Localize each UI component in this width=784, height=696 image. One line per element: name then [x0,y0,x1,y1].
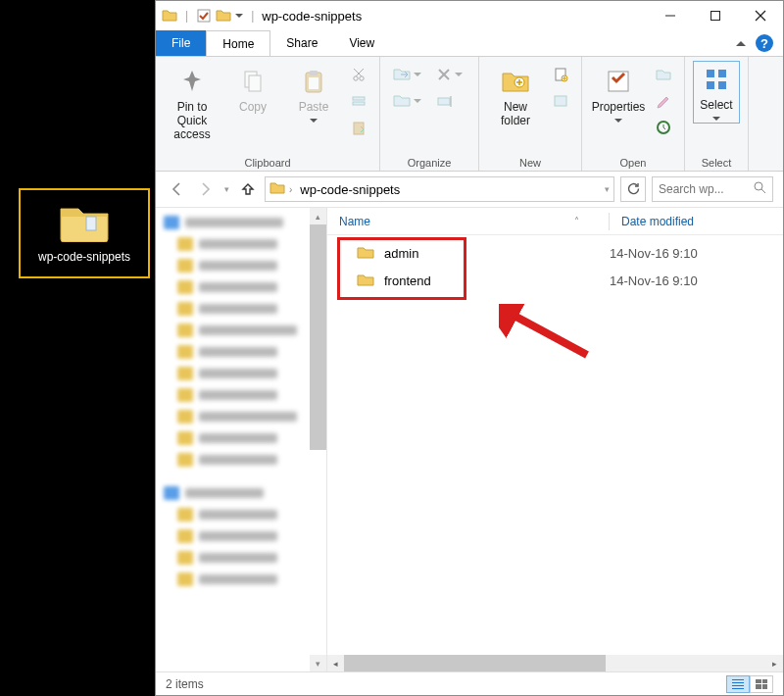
status-bar: 2 items [156,671,783,695]
file-pane: Name ˄ Date modified admin 14-Nov-16 9:1… [327,208,783,671]
select-label: Select [700,99,732,113]
titlebar: | | wp-code-snippets [156,1,783,30]
svg-line-32 [511,314,587,355]
chevron-right-icon[interactable]: › [289,184,292,195]
svg-line-31 [761,189,765,193]
minimize-button[interactable] [648,1,693,30]
svg-rect-3 [711,12,720,21]
window-controls [648,1,783,30]
file-list: admin 14-Nov-16 9:10 frontend 14-Nov-16 … [327,235,783,655]
delete-button[interactable] [431,63,470,86]
back-button[interactable] [166,178,187,200]
svg-rect-7 [249,75,261,91]
svg-rect-28 [707,81,714,89]
file-date: 14-Nov-16 9:10 [610,246,698,261]
sidebar-scrollbar[interactable]: ▴ ▾ [310,208,326,671]
easy-access-button[interactable] [548,89,573,113]
forward-button[interactable] [195,178,217,200]
history-dropdown-icon[interactable]: ▾ [224,184,229,194]
quick-access-toolbar: | | [156,8,258,24]
scroll-thumb[interactable] [310,224,326,450]
annotation-arrow [499,304,597,363]
desktop-folder-wp-code-snippets[interactable]: wp-code-snippets [19,188,150,278]
details-view-button[interactable] [726,675,750,693]
svg-rect-29 [718,81,726,89]
folder-icon [59,203,110,246]
copy-button[interactable]: Copy [224,61,281,120]
svg-rect-13 [353,97,365,100]
select-button[interactable]: Select [693,61,740,124]
help-icon[interactable]: ? [756,34,773,52]
tab-home[interactable]: Home [206,30,270,56]
pin-to-quick-access-button[interactable]: Pin to Quick access [164,61,220,146]
annotation-highlight [337,237,466,300]
svg-rect-9 [310,71,318,75]
horizontal-scrollbar[interactable]: ◂ ▸ [327,655,783,671]
navigation-bar: ▾ › wp-code-snippets ▾ [156,172,783,207]
sort-indicator-icon: ˄ [574,216,579,226]
svg-point-30 [755,182,762,190]
tab-file[interactable]: File [156,30,206,56]
collapse-ribbon-icon[interactable] [736,41,746,46]
history-button[interactable] [651,116,676,139]
svg-rect-10 [309,77,318,89]
properties-checkbox-icon[interactable] [196,8,212,24]
ribbon-tabs: File Home Share View ? [156,30,783,56]
search-box[interactable] [652,176,773,202]
folder-icon [162,8,177,24]
separator: | [251,9,254,23]
properties-label: Properties [592,101,646,115]
rename-button[interactable] [431,89,470,113]
breadcrumb-segment[interactable]: wp-code-snippets [296,180,404,199]
desktop: wp-code-snippets [0,0,155,696]
search-icon [754,181,766,197]
edit-button[interactable] [651,89,676,113]
folder-icon [216,8,231,24]
group-label-open: Open [590,153,676,169]
window-title: wp-code-snippets [258,9,362,24]
up-button[interactable] [237,178,259,200]
icons-view-button[interactable] [750,675,773,693]
open-button[interactable] [651,63,676,86]
separator: | [185,9,188,23]
folder-icon [270,180,285,199]
cut-button[interactable] [346,63,371,86]
scroll-down-icon[interactable]: ▾ [310,655,326,671]
scroll-thumb[interactable] [344,655,606,671]
move-to-button[interactable] [388,63,427,86]
svg-rect-18 [438,98,450,105]
paste-shortcut-button[interactable] [346,116,371,139]
maximize-button[interactable] [693,1,738,30]
refresh-button[interactable] [620,176,646,202]
paste-label: Paste [299,101,329,115]
column-name[interactable]: Name ˄ [339,215,609,228]
navigation-pane[interactable]: ▴ ▾ [156,208,327,671]
column-date[interactable]: Date modified [621,215,694,228]
svg-rect-0 [86,217,96,230]
tab-share[interactable]: Share [270,30,333,56]
content-area: ▴ ▾ Name ˄ Date modified admin 14-Nov-16 [156,207,783,671]
column-name-label: Name [339,215,370,228]
breadcrumb-text: wp-code-snippets [300,182,400,197]
copy-to-button[interactable] [388,89,427,113]
scroll-up-icon[interactable]: ▴ [310,208,326,224]
copy-path-button[interactable] [346,89,371,113]
new-folder-button[interactable]: New folder [487,61,544,133]
qat-dropdown-icon[interactable] [235,14,243,18]
address-dropdown-icon[interactable]: ▾ [605,184,610,194]
address-bar[interactable]: › wp-code-snippets ▾ [265,176,614,202]
new-item-button[interactable] [548,63,573,86]
paste-button[interactable]: Paste [285,61,342,127]
ribbon: Pin to Quick access Copy Paste [156,56,783,172]
copy-label: Copy [239,101,267,115]
scroll-right-icon[interactable]: ▸ [766,655,783,671]
search-input[interactable] [659,182,748,196]
close-button[interactable] [738,1,783,30]
column-separator[interactable] [609,213,610,230]
properties-button[interactable]: Properties [590,61,647,127]
group-label-clipboard: Clipboard [164,153,371,169]
chevron-down-icon [310,119,318,123]
svg-rect-27 [718,70,726,77]
scroll-left-icon[interactable]: ◂ [327,655,344,671]
tab-view[interactable]: View [333,30,390,56]
